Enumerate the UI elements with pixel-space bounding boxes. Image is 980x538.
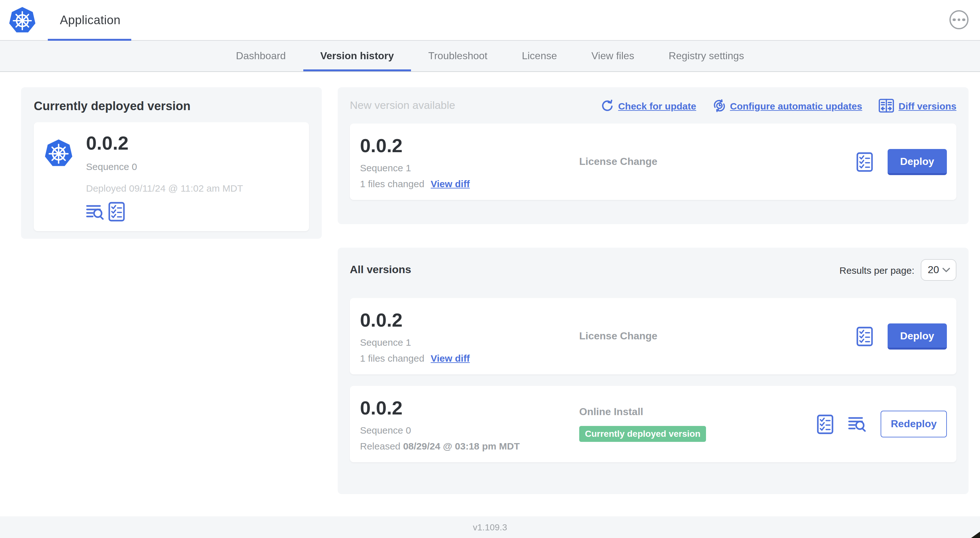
- version-sequence: Sequence 1: [360, 336, 579, 347]
- checklist-icon[interactable]: [108, 202, 125, 222]
- version-row: 0.0.2 Sequence 1 1 files changed View di…: [350, 298, 956, 375]
- top-bar: Application: [0, 0, 980, 41]
- checklist-icon[interactable]: [817, 414, 834, 434]
- results-per-page-select[interactable]: 20: [921, 259, 956, 281]
- version-number: 0.0.2: [360, 397, 579, 419]
- configure-automatic-updates-link[interactable]: Configure automatic updates: [713, 99, 862, 112]
- new-version-row: 0.0.2 Sequence 1 1 files changed View di…: [350, 124, 956, 200]
- logs-magnifier-icon[interactable]: [848, 416, 866, 432]
- view-diff-link[interactable]: View diff: [431, 178, 470, 189]
- footer: v1.109.3: [0, 516, 980, 538]
- deploy-button[interactable]: Deploy: [887, 323, 947, 349]
- app-menu-button[interactable]: [950, 10, 969, 29]
- diff-versions-link[interactable]: Diff versions: [879, 99, 956, 113]
- clock-refresh-icon: [713, 99, 725, 112]
- app-nav: Dashboard Version history Troubleshoot L…: [0, 41, 980, 72]
- version-number: 0.0.2: [360, 309, 579, 331]
- version-sequence: Sequence 1: [360, 162, 579, 173]
- app-title: Application: [60, 13, 121, 27]
- ellipsis-icon: [953, 19, 956, 21]
- version-type: Online Install: [579, 406, 817, 418]
- kubernetes-logo-icon: [8, 6, 36, 34]
- view-diff-link[interactable]: View diff: [431, 352, 470, 363]
- currently-deployed-panel: Currently deployed version 0.0.2 Sequenc…: [21, 87, 322, 239]
- files-changed: 1 files changed: [360, 352, 424, 363]
- version-row: 0.0.2 Sequence 0 Released 08/29/24 @ 03:…: [350, 386, 956, 462]
- checklist-icon[interactable]: [856, 326, 873, 346]
- tab-version-history[interactable]: Version history: [303, 41, 411, 71]
- page: Application Dashboard Version history Tr…: [0, 0, 980, 538]
- chevron-down-icon: [942, 267, 950, 273]
- version-number: 0.0.2: [360, 135, 579, 156]
- refresh-icon: [601, 99, 614, 112]
- checklist-icon[interactable]: [856, 152, 873, 171]
- currently-deployed-badge: Currently deployed version: [579, 426, 706, 442]
- new-version-panel: New version available Check for update C…: [338, 87, 969, 224]
- version-sequence: Sequence 0: [360, 424, 579, 435]
- version-released-timestamp: Released 08/29/24 @ 03:18 pm MDT: [360, 440, 579, 451]
- deploy-button[interactable]: Deploy: [887, 149, 947, 175]
- diff-icon: [879, 99, 894, 113]
- tab-view-files[interactable]: View files: [574, 41, 652, 71]
- all-versions-panel: All versions Results per page: 20 0.0.2 …: [338, 248, 969, 494]
- logs-magnifier-icon[interactable]: [86, 204, 104, 219]
- check-for-update-link[interactable]: Check for update: [601, 99, 696, 112]
- version-type: License Change: [579, 330, 856, 342]
- main-content: Currently deployed version 0.0.2 Sequenc…: [0, 72, 980, 516]
- files-changed: 1 files changed: [360, 178, 424, 189]
- app-title-active-underline: [48, 39, 131, 41]
- currently-deployed-card: 0.0.2 Sequence 0 Deployed 09/11/24 @ 11:…: [34, 122, 309, 231]
- tab-registry-settings[interactable]: Registry settings: [652, 41, 762, 71]
- new-version-heading: New version available: [350, 99, 455, 112]
- current-sequence: Sequence 0: [86, 161, 243, 172]
- current-deployed-timestamp: Deployed 09/11/24 @ 11:02 am MDT: [86, 183, 243, 194]
- results-per-page-label: Results per page:: [840, 265, 914, 275]
- tab-dashboard[interactable]: Dashboard: [219, 41, 303, 71]
- current-version-number: 0.0.2: [86, 132, 243, 154]
- kubernetes-logo-icon: [44, 139, 73, 168]
- ellipsis-icon: [958, 19, 961, 21]
- currently-deployed-heading: Currently deployed version: [34, 99, 309, 113]
- admin-console-version: v1.109.3: [473, 522, 507, 532]
- redeploy-button[interactable]: Redeploy: [881, 411, 947, 437]
- ellipsis-icon: [963, 19, 965, 21]
- tab-license[interactable]: License: [505, 41, 574, 71]
- tab-troubleshoot[interactable]: Troubleshoot: [411, 41, 505, 71]
- all-versions-heading: All versions: [350, 263, 411, 276]
- version-type: License Change: [579, 156, 856, 167]
